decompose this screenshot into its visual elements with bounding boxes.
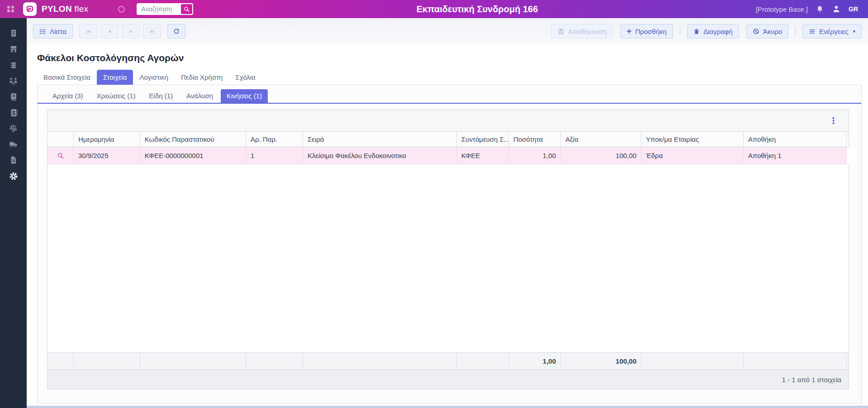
subtab-analysi[interactable]: Ανάλυση — [180, 89, 219, 103]
grid-header-row: Ημερομηνία Κωδικός Παραστατικού Αρ. Παρ.… — [47, 132, 849, 147]
refresh-button[interactable] — [167, 24, 185, 38]
sidebar-item-partners[interactable] — [8, 73, 19, 89]
brand-text: PYLON flex — [42, 4, 88, 14]
store-icon — [9, 45, 18, 54]
sidebar-item-balance[interactable] — [8, 120, 19, 136]
app-launcher-icon[interactable] — [7, 6, 14, 13]
actions-button[interactable]: Ενέργειες ▾ — [802, 24, 862, 38]
truck-icon — [9, 139, 18, 149]
movements-grid: ⋮ Ημερομηνία Κωδικός Παραστατικού Αρ. Πα… — [47, 110, 849, 389]
document-icon — [9, 156, 18, 164]
settings-gear-icon — [9, 171, 19, 181]
cell-branch: Έδρα — [641, 147, 744, 164]
toolbar-divider — [680, 27, 680, 36]
header-series[interactable]: Σειρά — [303, 132, 457, 147]
header-branch[interactable]: Υποκ/μα Εταιρίας — [641, 132, 744, 147]
totals-doc-no-cell — [246, 353, 303, 370]
cell-series-short: ΚΦΕΕ — [457, 147, 509, 164]
table-row[interactable]: 30/9/2025 ΚΦΕΕ-0000000001 1 Κλείσιμο Φακ… — [47, 147, 849, 164]
subtab-xreoseis[interactable]: Χρεώσεις (1) — [91, 89, 142, 103]
grid-menu-kebab-icon[interactable]: ⋮ — [829, 116, 838, 125]
sidebar — [0, 18, 27, 408]
cell-doc-no: 1 — [246, 147, 303, 164]
flag-icon — [26, 5, 34, 13]
sidebar-item-ledger[interactable] — [8, 89, 19, 105]
plus-icon: + — [626, 27, 631, 35]
first-record-button[interactable] — [79, 24, 97, 38]
search-button[interactable] — [181, 4, 192, 14]
actions-button-label: Ενέργειες — [819, 28, 848, 35]
receipt-icon — [9, 29, 18, 38]
grid-toolbar: ⋮ — [47, 110, 849, 132]
partners-icon — [9, 76, 18, 86]
grid-pager: 1 - 1 από 1 στοιχεία — [47, 370, 849, 389]
app-logo — [23, 2, 37, 16]
book-icon — [9, 92, 18, 101]
delete-button[interactable]: Διαγραφή — [687, 24, 739, 38]
sidebar-item-contacts[interactable] — [8, 105, 19, 120]
sidebar-item-logistics[interactable] — [8, 136, 19, 152]
totals-warehouse-cell — [744, 353, 847, 370]
global-search — [137, 3, 193, 15]
notifications-bell-icon[interactable] — [816, 5, 824, 14]
record-toolbar: Λίστα — [27, 18, 868, 44]
subtab-eidi[interactable]: Είδη (1) — [143, 89, 179, 103]
totals-spacer — [847, 353, 856, 370]
header-quantity[interactable]: Ποσότητα — [509, 132, 561, 147]
tab-stoixeia[interactable]: Στοιχεία — [97, 70, 133, 85]
cell-value: 100,00 — [561, 147, 641, 164]
cell-date: 30/9/2025 — [74, 147, 140, 164]
sub-tabs: Αρχεία (3) Χρεώσεις (1) Είδη (1) Ανάλυση… — [38, 85, 861, 104]
tab-logistiki[interactable]: Λογιστική — [133, 70, 175, 85]
tab-panel: Αρχεία (3) Χρεώσεις (1) Είδη (1) Ανάλυση… — [37, 85, 862, 403]
previous-icon — [107, 29, 113, 34]
pager-summary: 1 - 1 από 1 στοιχεία — [782, 376, 841, 384]
cell-code: ΚΦΕΕ-0000000001 — [140, 147, 246, 164]
list-icon — [39, 28, 46, 35]
subtab-kiniseis[interactable]: Κινήσεις (1) — [221, 89, 268, 103]
totals-series-short-cell — [457, 353, 509, 370]
header-date[interactable]: Ημερομηνία — [74, 132, 140, 147]
header-doc-no[interactable]: Αρ. Παρ. — [246, 132, 303, 147]
header-series-short[interactable]: Συντόμευση Σ... — [457, 132, 509, 147]
cancel-button-label: Άκυρο — [763, 28, 783, 35]
list-button[interactable]: Λίστα — [33, 24, 73, 38]
cancel-button[interactable]: Άκυρο — [746, 24, 789, 38]
header-code[interactable]: Κωδικός Παραστατικού — [140, 132, 246, 147]
header-icon-column — [47, 132, 74, 147]
sidebar-item-receipt[interactable] — [8, 25, 19, 41]
trash-icon — [693, 28, 700, 35]
language-selector[interactable]: GR — [849, 5, 858, 13]
sidebar-item-finance[interactable] — [8, 57, 19, 73]
add-button[interactable]: + Προσθήκη — [620, 24, 673, 38]
totals-quantity: 1,00 — [509, 353, 561, 370]
cell-spacer — [847, 147, 856, 164]
cell-quantity: 1,00 — [509, 147, 561, 164]
search-input[interactable] — [137, 4, 177, 14]
last-icon — [149, 29, 155, 34]
header-value[interactable]: Αξία — [561, 132, 641, 147]
subtab-arxeia[interactable]: Αρχεία (3) — [47, 89, 89, 103]
row-zoom-cell[interactable] — [47, 147, 74, 164]
save-button-label: Αποθήκευση — [568, 28, 607, 35]
tab-sxolia[interactable]: Σχόλια — [229, 70, 261, 85]
first-icon — [85, 29, 91, 34]
sidebar-item-settings[interactable] — [8, 168, 19, 184]
header-warehouse[interactable]: Αποθήκη — [744, 132, 847, 147]
coins-icon — [9, 61, 18, 70]
header-spacer — [847, 132, 856, 147]
toolbar-divider — [795, 27, 796, 36]
user-avatar-icon[interactable] — [832, 5, 841, 14]
save-button[interactable]: Αποθήκευση — [551, 24, 613, 38]
next-record-button[interactable] — [122, 24, 140, 38]
last-record-button[interactable] — [143, 24, 161, 38]
previous-record-button[interactable] — [100, 24, 119, 38]
list-button-label: Λίστα — [50, 28, 66, 35]
tab-pedia-xristi[interactable]: Πεδία Χρήστη — [175, 70, 229, 85]
add-button-label: Προσθήκη — [635, 28, 667, 35]
sidebar-item-documents[interactable] — [8, 152, 19, 168]
sidebar-item-store[interactable] — [8, 41, 19, 57]
totals-value: 100,00 — [561, 353, 641, 370]
main-area: Λίστα — [27, 18, 868, 408]
tab-basika-stoixeia[interactable]: Βασικά Στοιχεία — [37, 70, 97, 85]
